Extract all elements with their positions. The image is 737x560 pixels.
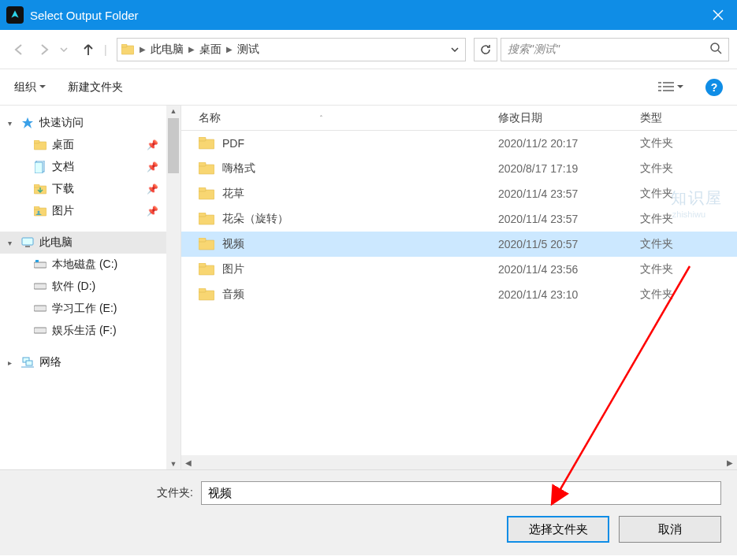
- new-folder-button[interactable]: 新建文件夹: [68, 80, 123, 95]
- pin-icon: 📌: [147, 161, 158, 172]
- sidebar-scrollbar[interactable]: ▲ ▼: [166, 106, 181, 469]
- select-folder-button[interactable]: 选择文件夹: [507, 516, 609, 543]
- breadcrumb-bar[interactable]: ▶ 此电脑 ▶ 桌面 ▶ 测试: [117, 38, 466, 61]
- search-icon[interactable]: [709, 42, 722, 57]
- view-options[interactable]: [658, 81, 683, 94]
- svg-rect-38: [199, 213, 206, 217]
- drive-icon: [33, 324, 47, 338]
- column-type[interactable]: 类型: [640, 111, 737, 125]
- folder-row-selected[interactable]: 视频 2020/11/5 20:57 文件夹: [181, 232, 737, 257]
- chevron-right-icon[interactable]: ▶: [225, 45, 234, 54]
- svg-line-5: [718, 50, 721, 54]
- folder-name-input[interactable]: [201, 481, 721, 505]
- svg-rect-3: [121, 44, 127, 47]
- pin-icon: 📌: [147, 206, 158, 217]
- star-icon: [20, 116, 35, 130]
- svg-rect-36: [199, 187, 206, 191]
- svg-rect-6: [658, 82, 661, 83]
- folder-row[interactable]: 音频 2020/11/4 23:10 文件夹: [181, 282, 737, 307]
- forward-button[interactable]: [33, 39, 55, 61]
- svg-rect-8: [658, 86, 661, 87]
- svg-rect-22: [25, 246, 30, 247]
- chevron-right-icon[interactable]: ▶: [138, 45, 147, 54]
- pin-icon: 📌: [147, 139, 158, 150]
- folder-icon: [199, 187, 214, 200]
- nav-separator: |: [104, 43, 107, 56]
- sidebar-drive-c[interactable]: 本地磁盘 (C:): [0, 254, 181, 276]
- search-input[interactable]: 搜索"测试": [501, 38, 729, 61]
- close-button[interactable]: [702, 0, 734, 30]
- svg-rect-34: [199, 162, 206, 166]
- folder-icon: [199, 137, 214, 150]
- cancel-button[interactable]: 取消: [619, 516, 721, 543]
- svg-rect-19: [34, 206, 39, 210]
- svg-point-4: [711, 43, 719, 51]
- svg-rect-40: [199, 238, 206, 242]
- refresh-button[interactable]: [474, 38, 497, 61]
- scroll-up-icon[interactable]: ▲: [166, 107, 181, 115]
- up-button[interactable]: [77, 39, 99, 61]
- svg-rect-10: [658, 90, 661, 91]
- breadcrumb-leaf[interactable]: 测试: [234, 43, 262, 57]
- folder-icon: [199, 288, 214, 301]
- column-date[interactable]: 修改日期: [498, 111, 640, 125]
- sidebar-documents[interactable]: 文档 📌: [0, 156, 181, 178]
- file-list-body[interactable]: PDF 2020/11/2 20:17 文件夹 嗨格式 2020/8/17 17…: [181, 131, 737, 455]
- organize-menu[interactable]: 组织: [14, 80, 46, 95]
- scroll-right-icon[interactable]: ▶: [723, 458, 737, 467]
- svg-rect-11: [663, 90, 674, 91]
- horizontal-scrollbar[interactable]: ◀ ▶: [181, 455, 737, 469]
- breadcrumb-root[interactable]: 此电脑: [147, 43, 187, 57]
- svg-rect-24: [35, 260, 39, 262]
- svg-rect-15: [35, 162, 43, 173]
- sidebar-desktop[interactable]: 桌面 📌: [0, 134, 181, 156]
- svg-rect-7: [663, 82, 674, 83]
- folder-icon: [199, 263, 214, 276]
- folder-row[interactable]: 图片 2020/11/4 23:56 文件夹: [181, 257, 737, 282]
- scroll-left-icon[interactable]: ◀: [181, 458, 195, 467]
- titlebar: Select Output Folder: [0, 0, 737, 30]
- sidebar-drive-d[interactable]: 软件 (D:): [0, 276, 181, 298]
- svg-rect-9: [663, 86, 674, 87]
- expand-caret[interactable]: ▾: [8, 119, 16, 128]
- column-name[interactable]: 名称 ˆ: [199, 111, 498, 125]
- sidebar-drive-e[interactable]: 学习工作 (E:): [0, 298, 181, 320]
- scrollbar-thumb[interactable]: [168, 118, 179, 173]
- folder-row[interactable]: 花朵（旋转） 2020/11/4 23:57 文件夹: [181, 206, 737, 232]
- sidebar-pictures[interactable]: 图片 📌: [0, 200, 181, 222]
- column-header-row: 名称 ˆ 修改日期 类型: [181, 106, 737, 131]
- folder-row[interactable]: 嗨格式 2020/8/17 17:19 文件夹: [181, 156, 737, 181]
- sidebar-downloads[interactable]: 下载 📌: [0, 178, 181, 200]
- folder-label: 文件夹:: [16, 486, 193, 500]
- navigation-bar: | ▶ 此电脑 ▶ 桌面 ▶ 测试 搜索"测试": [0, 30, 737, 69]
- folder-icon: [33, 138, 47, 152]
- sidebar-network[interactable]: ▸ 网络: [0, 351, 181, 373]
- drive-icon: [33, 302, 47, 316]
- scroll-down-icon[interactable]: ▼: [166, 460, 181, 468]
- folder-icon: [199, 213, 214, 225]
- file-list: 名称 ˆ 修改日期 类型 PDF 2020/11/2 20:17 文件夹 嗨格式…: [181, 106, 737, 469]
- recent-dropdown[interactable]: [58, 39, 69, 61]
- breadcrumb-mid[interactable]: 桌面: [196, 43, 225, 57]
- sidebar-quick-access[interactable]: ▾ 快速访问: [0, 112, 181, 134]
- expand-caret[interactable]: ▸: [8, 358, 16, 367]
- back-button[interactable]: [8, 39, 30, 61]
- help-button[interactable]: ?: [705, 79, 723, 96]
- svg-rect-26: [34, 306, 47, 311]
- chevron-down-icon[interactable]: [451, 47, 459, 52]
- sidebar-drive-f[interactable]: 娱乐生活 (F:): [0, 320, 181, 342]
- search-placeholder: 搜索"测试": [508, 43, 709, 57]
- sidebar-this-pc[interactable]: ▾ 此电脑: [0, 232, 181, 254]
- network-icon: [20, 355, 35, 369]
- folder-row[interactable]: 花草 2020/11/4 23:57 文件夹: [181, 181, 737, 206]
- folder-icon: [199, 162, 214, 175]
- svg-rect-29: [26, 361, 32, 365]
- expand-caret[interactable]: ▾: [8, 239, 16, 247]
- chevron-right-icon[interactable]: ▶: [187, 45, 196, 54]
- folder-icon: [33, 204, 47, 218]
- bottom-panel: 文件夹: 选择文件夹 取消: [0, 469, 737, 555]
- content-area: ▾ 快速访问 桌面 📌 文档 📌 下载 📌 图片 📌 ▾ 此电脑: [0, 106, 737, 469]
- documents-icon: [33, 160, 47, 174]
- folder-row[interactable]: PDF 2020/11/2 20:17 文件夹: [181, 131, 737, 156]
- svg-rect-21: [22, 238, 33, 245]
